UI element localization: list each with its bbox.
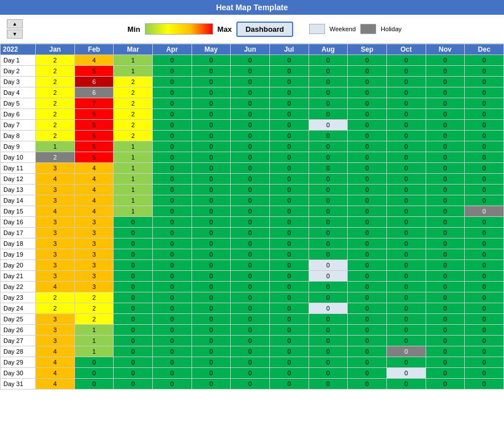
nav-up-button[interactable]: ▲ — [7, 19, 23, 28]
cell: 0 — [191, 368, 231, 379]
cell: 0 — [465, 66, 504, 77]
max-label: Max — [218, 25, 232, 33]
cell: 0 — [309, 325, 348, 336]
cell: 0 — [269, 238, 309, 249]
cell: 0 — [386, 77, 426, 87]
toolbar: ▲ ▼ Min Max Dashboard Weekend Holiday — [0, 15, 504, 44]
cell: 0 — [348, 336, 387, 346]
cell: 0 — [114, 368, 153, 379]
row-label: Day 6 — [1, 109, 36, 120]
cell: 0 — [269, 228, 309, 238]
cell: 5 — [74, 152, 114, 163]
cell: 0 — [269, 336, 309, 346]
cell: 1 — [114, 174, 153, 185]
cell: 0 — [231, 66, 270, 77]
cell: 3 — [36, 195, 75, 206]
cell: 0 — [231, 325, 270, 336]
cell: 0 — [465, 163, 504, 174]
cell: 0 — [309, 66, 348, 77]
cell: 0 — [231, 303, 270, 314]
cell: 0 — [231, 141, 270, 152]
cell: 2 — [36, 131, 75, 141]
row-label: Day 2 — [1, 66, 36, 77]
cell: 0 — [386, 357, 426, 368]
cell: 0 — [152, 141, 191, 152]
cell: 0 — [386, 131, 426, 141]
holiday-swatch — [360, 24, 376, 34]
cell: 0 — [309, 87, 348, 98]
cell: 0 — [231, 98, 270, 109]
row-label: Day 7 — [1, 120, 36, 131]
cell: 0 — [348, 195, 387, 206]
cell: 0 — [386, 55, 426, 66]
cell: 0 — [152, 379, 191, 390]
cell: 0 — [191, 109, 231, 120]
cell: 0 — [231, 77, 270, 87]
cell: 0 — [231, 260, 270, 271]
cell: 0 — [269, 249, 309, 260]
cell: 2 — [36, 55, 75, 66]
cell: 0 — [348, 282, 387, 292]
cell: 0 — [386, 141, 426, 152]
cell: 0 — [152, 206, 191, 217]
nav-down-button[interactable]: ▼ — [7, 30, 23, 39]
cell: 0 — [465, 314, 504, 325]
cell: 1 — [114, 163, 153, 174]
cell: 2 — [114, 131, 153, 141]
cell: 0 — [426, 131, 465, 141]
cell: 0 — [309, 206, 348, 217]
cell: 0 — [309, 336, 348, 346]
cell: 3 — [36, 217, 75, 228]
row-label: Day 13 — [1, 185, 36, 195]
cell: 0 — [231, 314, 270, 325]
cell: 2 — [36, 98, 75, 109]
cell: 0 — [465, 55, 504, 66]
cell: 0 — [386, 152, 426, 163]
cell: 0 — [191, 314, 231, 325]
cell: 0 — [348, 238, 387, 249]
cell: 0 — [309, 260, 348, 271]
cell: 0 — [386, 195, 426, 206]
cell: 0 — [231, 271, 270, 282]
cell: 0 — [191, 325, 231, 336]
cell: 0 — [152, 346, 191, 357]
cell: 0 — [465, 195, 504, 206]
cell: 0 — [152, 336, 191, 346]
cell: 0 — [269, 66, 309, 77]
cell: 0 — [269, 98, 309, 109]
row-label: Day 27 — [1, 336, 36, 346]
cell: 0 — [269, 152, 309, 163]
cell: 0 — [114, 303, 153, 314]
cell: 2 — [36, 87, 75, 98]
cell: 0 — [114, 336, 153, 346]
cell: 3 — [74, 238, 114, 249]
cell: 0 — [269, 206, 309, 217]
cell: 0 — [386, 249, 426, 260]
cell: 1 — [74, 336, 114, 346]
cell: 0 — [191, 66, 231, 77]
cell: 0 — [426, 109, 465, 120]
cell: 0 — [114, 314, 153, 325]
table-row: Day 13341000000000 — [1, 185, 504, 195]
cell: 0 — [386, 98, 426, 109]
table-row: Day 8252000000000 — [1, 131, 504, 141]
cell: 0 — [231, 174, 270, 185]
cell: 0 — [114, 238, 153, 249]
cell: 0 — [348, 77, 387, 87]
cell: 0 — [386, 368, 426, 379]
cell: 4 — [74, 195, 114, 206]
table-container: 2022 JanFebMarAprMayJunJulAugSepOctNovDe… — [0, 44, 504, 390]
table-row: Day 27310000000000 — [1, 336, 504, 346]
cell: 0 — [309, 346, 348, 357]
cell: 0 — [191, 77, 231, 87]
cell: 0 — [231, 109, 270, 120]
col-header-mar: Mar — [114, 44, 153, 55]
cell: 0 — [465, 260, 504, 271]
row-label: Day 1 — [1, 55, 36, 66]
cell: 0 — [465, 98, 504, 109]
cell: 0 — [309, 282, 348, 292]
table-row: Day 22430000000000 — [1, 282, 504, 292]
table-row: Day 3262000000000 — [1, 77, 504, 87]
dashboard-button[interactable]: Dashboard — [236, 22, 293, 37]
cell: 0 — [465, 282, 504, 292]
